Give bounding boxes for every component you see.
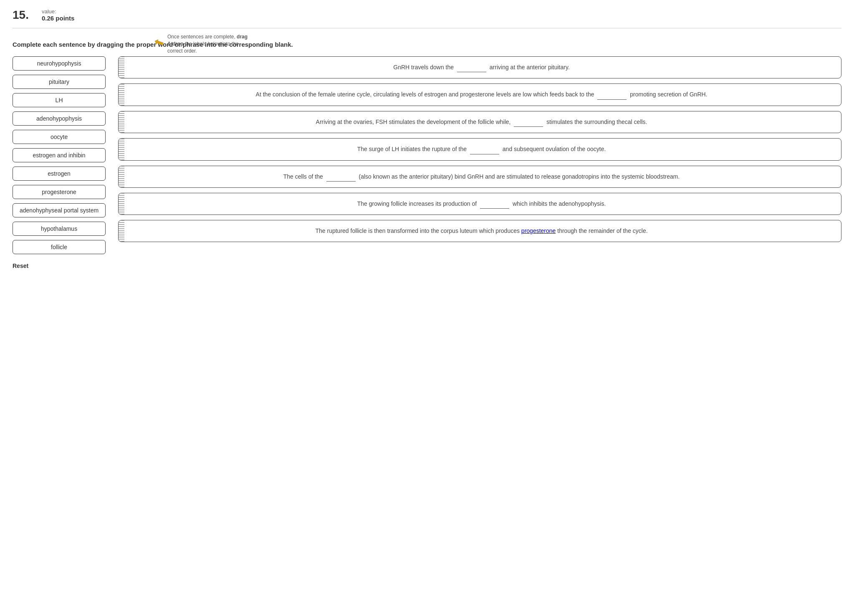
tooltip-text: Once sentences are complete, drag & drop…: [167, 33, 251, 54]
sentence-text-4: The surge of LH initiates the rupture of…: [127, 144, 833, 154]
blank-5[interactable]: [326, 172, 356, 182]
points-value: 0.26 points: [42, 15, 74, 22]
arrow-icon: ⬅: [152, 34, 166, 50]
sentence-text-3: Arriving at the ovaries, FSH stimulates …: [127, 117, 833, 127]
sentence-box-4: The surge of LH initiates the rupture of…: [118, 138, 841, 160]
sentence-box-5: The cells of the (also known as the ante…: [118, 166, 841, 188]
question-meta: value: 0.26 points: [42, 8, 74, 22]
word-tile-oocyte[interactable]: oocyte: [13, 130, 106, 144]
word-tile-progesterone[interactable]: progesterone: [13, 185, 106, 199]
word-bank: neurohypophysis pituitary LH adenohypoph…: [13, 56, 106, 254]
blank-3[interactable]: [514, 117, 543, 127]
word-tile-hypothalamus[interactable]: hypothalamus: [13, 222, 106, 236]
sentence-text-1: GnRH travels down the arriving at the an…: [127, 63, 833, 72]
question-header: 15. value: 0.26 points: [13, 8, 841, 28]
sentence-text-5: The cells of the (also known as the ante…: [127, 172, 833, 182]
instructions: Complete each sentence by dragging the p…: [13, 41, 841, 48]
value-label: value:: [42, 8, 74, 15]
blank-1[interactable]: [457, 63, 486, 72]
word-tile-neurohypophysis[interactable]: neurohypophysis: [13, 56, 106, 71]
sentence-box-2: At the conclusion of the female uterine …: [118, 83, 841, 106]
word-tile-adenohypophysis[interactable]: adenohypophysis: [13, 111, 106, 126]
sentence-box-7: The ruptured follicle is then transforme…: [118, 220, 841, 242]
progesterone-link[interactable]: progesterone: [521, 227, 556, 234]
sentence-box-6: The growing follicle increases its produ…: [118, 193, 841, 215]
blank-2[interactable]: [597, 90, 627, 99]
blank-6[interactable]: [480, 199, 509, 209]
question-number: 15.: [13, 8, 33, 22]
sentences-area: GnRH travels down the arriving at the an…: [118, 56, 841, 254]
sentence-text-7: The ruptured follicle is then transforme…: [127, 226, 833, 235]
reset-button[interactable]: Reset: [13, 263, 28, 269]
word-tile-estrogen-and-inhibin[interactable]: estrogen and inhibin: [13, 148, 106, 162]
word-tile-adenohyphyseal-portal-system[interactable]: adenohyphyseal portal system: [13, 203, 106, 217]
blank-4[interactable]: [470, 144, 499, 154]
word-tile-pituitary[interactable]: pituitary: [13, 75, 106, 89]
word-tile-estrogen[interactable]: estrogen: [13, 167, 106, 181]
sentence-text-6: The growing follicle increases its produ…: [127, 199, 833, 209]
word-tile-follicle[interactable]: follicle: [13, 240, 106, 254]
drag-drop-area: ⬅ Once sentences are complete, drag & dr…: [13, 56, 841, 254]
sentence-box-3: Arriving at the ovaries, FSH stimulates …: [118, 111, 841, 133]
sentence-text-2: At the conclusion of the female uterine …: [127, 90, 833, 99]
sentence-box-1: GnRH travels down the arriving at the an…: [118, 56, 841, 78]
word-tile-LH[interactable]: LH: [13, 93, 106, 107]
tooltip-area: ⬅ Once sentences are complete, drag & dr…: [154, 33, 251, 54]
